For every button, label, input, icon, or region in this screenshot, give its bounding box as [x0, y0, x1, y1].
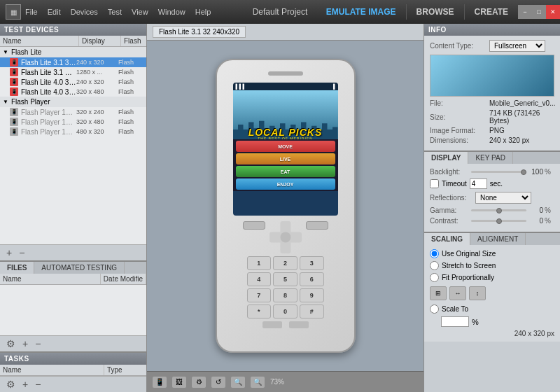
image-icon[interactable]: 🖼: [172, 377, 186, 388]
display-tab[interactable]: DISPLAY: [424, 152, 468, 164]
contrast-slider-thumb[interactable]: [496, 218, 502, 224]
device-item[interactable]: 📱 Flash Lite 4.0 32 32... 320 x 480 Flas…: [0, 87, 146, 97]
menu-edit[interactable]: Edit: [48, 8, 61, 16]
device-name: Flash Lite 3.1 32 24...: [21, 59, 76, 66]
close-button[interactable]: ✕: [546, 5, 560, 19]
device-item[interactable]: 📱 Flash Player 10.1 3... 320 x 240 Flash: [0, 107, 146, 117]
image-format-label: Image Format:: [430, 127, 489, 134]
minimize-button[interactable]: −: [518, 5, 532, 19]
timeout-value[interactable]: [470, 178, 487, 189]
add-device-button[interactable]: +: [4, 247, 14, 258]
display-section: DISPLAY KEY PAD Backlight: 100 % Timeout…: [424, 152, 560, 233]
tasks-header: TASKS: [0, 353, 146, 365]
menu-test[interactable]: Test: [108, 8, 122, 16]
content-type-select[interactable]: Fullscreen: [489, 40, 545, 52]
flash-lite-group: ▼ Flash Lite 📱 Flash Lite 3.1 32 24... 2…: [0, 47, 146, 97]
zoom-level: 73%: [270, 378, 284, 386]
scale-width-btn[interactable]: ↔: [449, 286, 466, 300]
scaling-tab[interactable]: SCALING: [424, 233, 470, 245]
original-size-label: Use Original Size: [442, 250, 496, 258]
backlight-slider-thumb[interactable]: [521, 169, 526, 175]
menu-window[interactable]: Window: [158, 8, 186, 16]
files-settings-button[interactable]: ⚙: [4, 338, 18, 349]
settings-icon[interactable]: ⚙: [192, 377, 206, 388]
scale-to-input[interactable]: [441, 316, 469, 327]
flash-player-group-header[interactable]: ▼ Flash Player: [0, 97, 146, 107]
original-size-radio[interactable]: [430, 249, 439, 258]
tasks-remove-button[interactable]: −: [33, 379, 43, 390]
test-devices-panel: TEST DEVICES Name Display Flash ▼ Flash …: [0, 24, 146, 262]
files-add-button[interactable]: +: [20, 338, 30, 349]
timeout-row: Timeout sec.: [430, 178, 554, 189]
flash-lite-group-header[interactable]: ▼ Flash Lite: [0, 47, 146, 57]
stretch-screen-radio[interactable]: [430, 261, 439, 270]
reflections-select[interactable]: None: [475, 192, 531, 204]
devices-column-headers: Name Display Flash: [0, 36, 146, 47]
maximize-button[interactable]: □: [532, 5, 546, 19]
menu-help[interactable]: Help: [195, 8, 211, 16]
menu-view[interactable]: View: [132, 8, 148, 16]
gamma-pct: %: [545, 206, 554, 214]
bottom-right-btn: [289, 321, 309, 328]
final-dimensions: 240 x 320 px: [430, 330, 554, 337]
reflections-label: Reflections:: [430, 194, 475, 202]
device-item[interactable]: 📱 Flash Lite 3.1 Digit... 1280 x ... Fla…: [0, 67, 146, 77]
key-1: 1: [247, 256, 272, 270]
automated-testing-tab[interactable]: AUTOMATED TESTING: [34, 262, 125, 274]
device-flash: Flash: [118, 88, 144, 95]
file-label: File:: [430, 99, 489, 107]
create-button[interactable]: CREATE: [465, 4, 518, 20]
phone-icon[interactable]: 📱: [153, 377, 167, 388]
device-item[interactable]: 📱 Flash Lite 4.0 32 24... 240 x 320 Flas…: [0, 77, 146, 87]
device-icon: 📱: [10, 88, 18, 96]
gamma-slider-thumb[interactable]: [496, 208, 502, 214]
move-button: MOVE: [236, 141, 335, 152]
fit-proportionally-label: Fit Proportionally: [442, 274, 494, 281]
content-type-row: Content Type: Fullscreen: [430, 40, 554, 52]
menu-file[interactable]: File: [25, 8, 38, 16]
files-list: [0, 285, 146, 335]
timeout-label: Timeout: [442, 180, 467, 188]
browse-button[interactable]: BROWSE: [407, 4, 465, 20]
files-tab-bar: FILES AUTOMATED TESTING: [0, 262, 146, 274]
device-icon: 📱: [10, 108, 18, 116]
image-format-value: PNG: [489, 127, 554, 134]
numpad: 1 2 3 4 5 6 7 8 9 * 0 #: [247, 256, 324, 318]
key-9: 9: [300, 288, 324, 302]
device-item[interactable]: 📱 Flash Player 10.1 3... 480 x 320 Flash: [0, 127, 146, 136]
enjoy-button: ENJOY: [236, 178, 335, 190]
device-item[interactable]: 📱 Flash Lite 3.1 32 24... 240 x 320 Flas…: [0, 57, 146, 67]
soft-keys: [243, 221, 328, 253]
files-remove-button[interactable]: −: [33, 338, 43, 349]
files-col-date: Date Modifie: [101, 274, 146, 284]
tasks-add-button[interactable]: +: [20, 379, 30, 390]
timeout-checkbox[interactable]: [430, 179, 439, 188]
zoom-in-icon[interactable]: 🔍: [231, 377, 245, 388]
contrast-pct: %: [545, 217, 554, 225]
scale-to-radio[interactable]: [430, 304, 439, 314]
device-item[interactable]: 📱 Flash Player 10.1 3... 320 x 480 Flash: [0, 117, 146, 127]
gamma-row: Gamma: 0 %: [430, 206, 554, 214]
content-type-label: Content Type:: [430, 42, 489, 50]
scale-height-btn[interactable]: ↕: [469, 286, 486, 300]
keypad-tab[interactable]: KEY PAD: [468, 152, 512, 164]
scale-fit-btn[interactable]: ⊞: [430, 286, 447, 300]
alignment-tab[interactable]: ALIGNMENT: [470, 233, 526, 245]
screen-content: LOCAL PICKS THE BEST OF MERIDIEN MOVE LI…: [233, 90, 338, 216]
device-icon: 📱: [10, 78, 18, 86]
info-section: INFO Content Type: Fullscreen File: Mobi…: [424, 24, 560, 152]
refresh-icon[interactable]: ↺: [211, 377, 225, 388]
files-tab[interactable]: FILES: [0, 262, 34, 274]
remove-device-button[interactable]: −: [17, 247, 27, 258]
right-panel: INFO Content Type: Fullscreen File: Mobi…: [424, 24, 560, 392]
menu-devices[interactable]: Devices: [71, 8, 98, 16]
tasks-settings-button[interactable]: ⚙: [4, 379, 18, 390]
game-menu-buttons: MOVE LIVE EAT ENJOY: [233, 139, 338, 191]
fit-proportionally-radio[interactable]: [430, 273, 439, 282]
emulate-image-button[interactable]: EMULATE IMAGE: [316, 4, 407, 20]
zoom-out-icon[interactable]: 🔍: [251, 377, 265, 388]
flash-player-label: Flash Player: [11, 98, 50, 106]
device-name: Flash Player 10.1 3...: [21, 118, 76, 126]
scale-to-label: Scale To: [442, 305, 468, 313]
device-flash: Flash: [118, 118, 144, 125]
